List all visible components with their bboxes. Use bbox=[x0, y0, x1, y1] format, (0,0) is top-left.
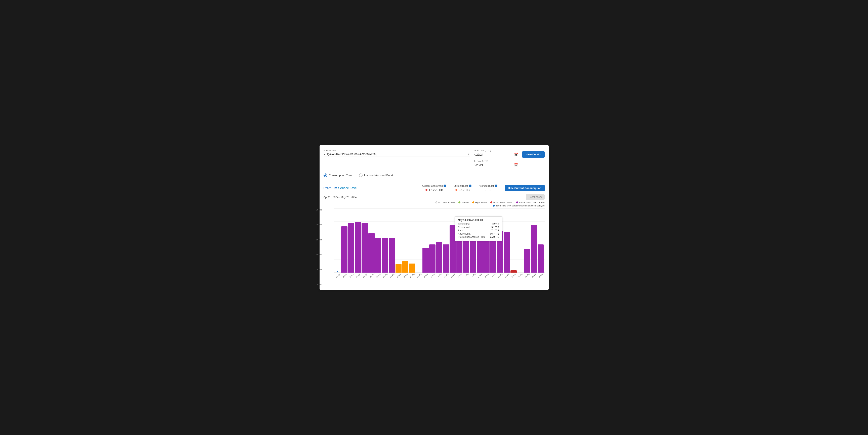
bar-group-12[interactable] bbox=[416, 271, 422, 273]
bar-group-11[interactable] bbox=[409, 263, 415, 273]
to-date-value-row[interactable]: 5/26/24 📅 bbox=[474, 163, 518, 168]
bar-26[interactable] bbox=[510, 270, 517, 273]
subscription-dropdown-icon[interactable]: ▼ bbox=[467, 153, 470, 156]
bar-6[interactable] bbox=[375, 238, 381, 273]
bar-group-0[interactable] bbox=[335, 271, 341, 273]
radio-invoiced-accrued-burst[interactable]: Invoiced Accrued Burst bbox=[359, 174, 393, 177]
current-consumed-info-icon[interactable]: i bbox=[443, 185, 446, 187]
bar-15[interactable] bbox=[436, 242, 442, 273]
to-date-field: To Date (UTC) 5/26/24 📅 bbox=[474, 160, 518, 168]
bar-5[interactable] bbox=[368, 233, 375, 273]
radio-section: Consumption Trend Invoiced Accrued Burst bbox=[323, 174, 545, 177]
bar-group-8[interactable] bbox=[389, 238, 395, 273]
current-burst-info-icon[interactable]: i bbox=[469, 185, 471, 187]
legend-zoom-dot bbox=[493, 205, 495, 207]
bar-group-3[interactable] bbox=[355, 222, 361, 273]
bar-25[interactable] bbox=[504, 232, 510, 273]
bar-group-25[interactable] bbox=[504, 232, 510, 273]
legend-burst: Burst 100% - 120% bbox=[490, 201, 513, 204]
bar-29[interactable] bbox=[531, 225, 537, 273]
bar-11[interactable] bbox=[409, 263, 415, 273]
bar-14[interactable] bbox=[429, 244, 435, 273]
subscription-select[interactable]: ► QA-All-RatePlans-V1-06 (A-S00024534) ▼ bbox=[323, 153, 470, 157]
tooltip-burst-row: Burst : 7.1 TiB bbox=[458, 229, 499, 232]
legend-burst-label: Burst 100% - 120% bbox=[493, 201, 513, 204]
bar-group-13[interactable] bbox=[423, 248, 429, 273]
bar-9[interactable] bbox=[396, 264, 402, 273]
from-date-value: 4/25/24 bbox=[474, 153, 483, 156]
bar-3[interactable] bbox=[355, 222, 361, 273]
bar-group-28[interactable] bbox=[524, 249, 530, 273]
radio-invoiced-circle[interactable] bbox=[359, 174, 363, 177]
bar-4[interactable] bbox=[362, 223, 368, 273]
chart-wrapper: 25 TiB 20 TiB 15 TiB 10 TiB 5 TiB 0 TiB bbox=[323, 209, 545, 286]
radio-consumption-trend-circle[interactable] bbox=[323, 174, 327, 177]
bar-2[interactable] bbox=[348, 223, 354, 273]
bar-group-16[interactable] bbox=[443, 244, 449, 273]
current-burst-dot bbox=[456, 189, 457, 191]
bar-group-26[interactable] bbox=[510, 270, 517, 273]
from-calendar-icon[interactable]: 📅 bbox=[514, 153, 518, 156]
metric-accrued-burst: Accrued Burst i 0 TiB bbox=[479, 185, 497, 192]
bar-13[interactable] bbox=[423, 248, 429, 273]
hide-consumption-button[interactable]: Hide Current Consumption bbox=[505, 185, 545, 191]
bar-1[interactable] bbox=[341, 226, 347, 273]
tooltip-burst-value: : 7.1 TiB bbox=[490, 229, 499, 232]
tooltip-consumed-label: Consumed bbox=[458, 226, 469, 229]
bar-28[interactable] bbox=[524, 249, 530, 273]
view-details-section: View Details bbox=[522, 151, 545, 158]
reset-zoom-button[interactable]: Reset Zoom bbox=[526, 194, 545, 199]
bar-group-15[interactable] bbox=[436, 242, 442, 273]
bar-group-10[interactable] bbox=[402, 261, 408, 273]
bar-group-6[interactable] bbox=[375, 238, 381, 273]
to-calendar-icon[interactable]: 📅 bbox=[514, 163, 518, 167]
bar-16[interactable] bbox=[443, 244, 449, 273]
view-details-button[interactable]: View Details bbox=[522, 151, 545, 158]
bar-group-27[interactable] bbox=[517, 271, 524, 273]
bar-7[interactable] bbox=[382, 238, 388, 273]
bar-group-1[interactable] bbox=[341, 226, 347, 273]
accrued-burst-info-icon[interactable]: i bbox=[495, 185, 497, 187]
radio-invoiced-label: Invoiced Accrued Burst bbox=[364, 174, 393, 177]
metric-current-consumed-value: 1.12 /1 TiB bbox=[422, 188, 446, 192]
from-date-value-row[interactable]: 4/25/24 📅 bbox=[474, 153, 518, 157]
legend-above-burst: Above Burst Limit > 120% bbox=[516, 201, 545, 204]
bar-10[interactable] bbox=[402, 261, 408, 273]
from-date-label: From Date (UTC) bbox=[474, 149, 518, 152]
chart-container[interactable]: May 13, 2024 10:00:00 Committed : 2 TiB … bbox=[334, 209, 545, 273]
bar-group-7[interactable] bbox=[382, 238, 388, 273]
metrics-row: Current Consumed i 1.12 /1 TiB Current B… bbox=[422, 185, 545, 192]
legend-normal-label: Normal bbox=[461, 201, 468, 204]
bar-group-30[interactable] bbox=[537, 244, 544, 273]
y-label-0: 0 TiB bbox=[317, 283, 322, 286]
tooltip-title: May 13, 2024 10:00:00 bbox=[458, 219, 499, 221]
tooltip-box: May 13, 2024 10:00:00 Committed : 2 TiB … bbox=[455, 217, 502, 241]
bar-group-4[interactable] bbox=[362, 223, 368, 273]
bar-group-29[interactable] bbox=[531, 225, 537, 273]
x-axis: 25 Apr 00:0026 Apr 00:0027 Apr 04:0028 A… bbox=[334, 274, 545, 286]
tooltip-committed-value: : 2 TiB bbox=[492, 223, 499, 225]
service-level-row: Premium Service Level Current Consumed i… bbox=[323, 185, 545, 192]
metric-accrued-burst-value: 0 TiB bbox=[479, 188, 497, 192]
legend-normal-dot bbox=[458, 201, 460, 204]
radio-consumption-trend[interactable]: Consumption Trend bbox=[323, 174, 353, 177]
legend-no-consumption-label: No Consumption bbox=[438, 201, 455, 204]
chart-header: Apr 25, 2024 - May 26, 2024 Reset Zoom bbox=[323, 194, 545, 199]
tooltip-committed-label: Committed bbox=[458, 223, 469, 225]
date-section: From Date (UTC) 4/25/24 📅 To Date (UTC) … bbox=[474, 149, 518, 170]
bar-30[interactable] bbox=[537, 244, 544, 273]
bar-group-2[interactable] bbox=[348, 223, 354, 273]
bar-group-14[interactable] bbox=[429, 244, 435, 273]
from-date-field: From Date (UTC) 4/25/24 📅 bbox=[474, 149, 518, 157]
bars-area bbox=[334, 209, 545, 273]
tooltip-burst-label: Burst bbox=[458, 229, 463, 232]
legend-high-dot bbox=[472, 201, 474, 204]
bar-8[interactable] bbox=[389, 238, 395, 273]
y-label-10: 10 TiB bbox=[316, 253, 322, 256]
bar-group-5[interactable] bbox=[368, 233, 375, 273]
bar-group-9[interactable] bbox=[396, 264, 402, 273]
metric-current-burst-value: 0.12 TiB bbox=[454, 188, 471, 192]
metric-current-consumed-label: Current Consumed i bbox=[422, 185, 446, 187]
metric-accrued-burst-label: Accrued Burst i bbox=[479, 185, 497, 187]
radio-consumption-trend-label: Consumption Trend bbox=[329, 174, 353, 177]
